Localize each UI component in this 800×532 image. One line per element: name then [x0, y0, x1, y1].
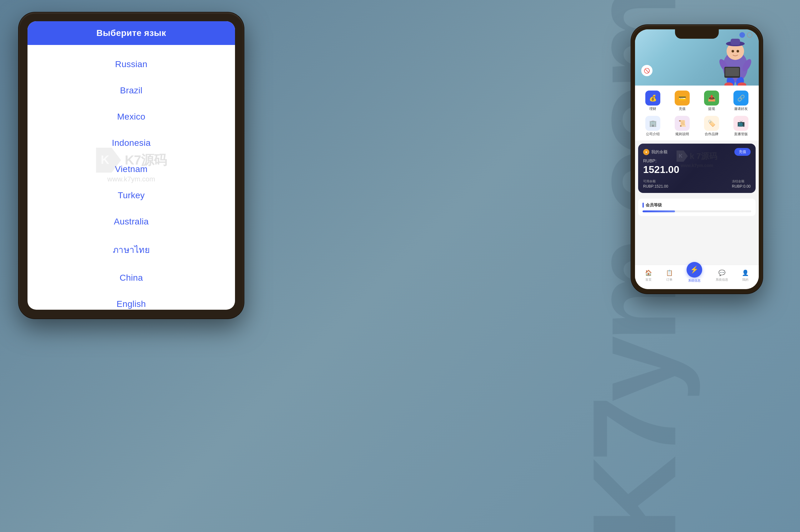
icon-grid-row1: 💰 理财 💳 充值 📤 提现	[635, 86, 759, 114]
language-list[interactable]: Russian Brazil Mexico Indonesia Vietnam …	[28, 45, 235, 310]
member-label-bar	[642, 203, 644, 208]
frozen-balance-item: 冻结金额 RUBP:0.00	[732, 179, 751, 189]
chongzhi-label: 充值	[679, 107, 686, 111]
language-select-title: Выберите язык	[96, 28, 166, 38]
balance-footer: 可用余额 RUBP:1521.00 冻结金额 RUBP:0.00	[643, 179, 751, 189]
banner-character	[715, 36, 756, 86]
member-progress-bar	[642, 210, 751, 212]
messages-nav-icon: 💬	[718, 269, 726, 277]
bottom-navigation: 🏠 首页 📋 订单 ⚡ 系统信息 💬 系统信息 👤 我的	[635, 265, 759, 289]
language-item-mexico[interactable]: Mexico	[28, 104, 235, 130]
brands-label: 合作品牌	[705, 132, 719, 136]
svg-rect-13	[725, 68, 739, 76]
language-item-indonesia[interactable]: Indonesia	[28, 130, 235, 156]
brands-icon: 🏷️	[704, 116, 719, 131]
company-label: 公司介绍	[646, 132, 660, 136]
home-status-icon	[739, 32, 745, 38]
orders-nav-label: 订单	[666, 278, 673, 282]
status-icons	[739, 32, 752, 38]
invite-label: 邀请好友	[734, 107, 748, 111]
tablet-frame: Выберите язык Russian Brazil Mexico Indo…	[19, 13, 244, 319]
member-label: 会员等级	[642, 202, 751, 208]
tablet-header: Выберите язык	[28, 21, 235, 45]
globe-status-icon	[747, 32, 752, 38]
icon-grid-row2: 🏢 公司介绍 📜 规则说明 🏷️ 合作品牌	[635, 114, 759, 140]
language-item-brazil[interactable]: Brazil	[28, 77, 235, 104]
phone-screen: 🚫 💰 理财 💳 充值 📤	[635, 29, 759, 289]
frozen-value: RUBP:0.00	[732, 184, 751, 189]
rules-icon: 📜	[675, 116, 690, 131]
tablet-screen: Выберите язык Russian Brazil Mexico Indo…	[28, 21, 235, 310]
chongzhi-icon: 💳	[675, 91, 690, 106]
orders-nav-icon: 📋	[666, 269, 673, 277]
icon-item-company[interactable]: 🏢 公司介绍	[642, 116, 664, 136]
icon-item-chongzhi[interactable]: 💳 充值	[671, 91, 693, 111]
available-balance-item: 可用余额 RUBP:1521.00	[643, 179, 668, 189]
language-item-english[interactable]: English	[28, 291, 235, 310]
balance-top-row: ● 我的余额 充值	[643, 148, 751, 156]
messages-nav-label: 系统信息	[716, 278, 728, 282]
svg-point-15	[737, 50, 739, 53]
icon-item-brands[interactable]: 🏷️ 合作品牌	[701, 116, 723, 136]
invite-icon: 🔗	[733, 91, 748, 106]
phone-notch	[675, 29, 719, 39]
icon-item-live[interactable]: 📺 直播管版	[730, 116, 752, 136]
nav-item-home[interactable]: 🏠 首页	[645, 269, 652, 282]
nav-item-orders[interactable]: 📋 订单	[666, 269, 673, 282]
profile-nav-icon: 👤	[742, 269, 749, 277]
member-label-text: 会员等级	[646, 202, 662, 208]
system-nav-label: 系统信息	[688, 279, 701, 283]
icon-item-rules[interactable]: 📜 规则说明	[671, 116, 693, 136]
svg-point-14	[731, 50, 734, 53]
phone-frame: 🚫 💰 理财 💳 充值 📤	[631, 25, 763, 293]
balance-label: 我的余额	[651, 149, 668, 155]
banner-no-icon: 🚫	[641, 65, 653, 76]
live-icon: 📺	[733, 116, 748, 131]
language-item-turkey[interactable]: Turkey	[28, 182, 235, 209]
balance-label-row: ● 我的余额	[643, 149, 668, 155]
member-section: 会员等级	[638, 198, 756, 216]
licai-icon: 💰	[645, 91, 660, 106]
member-bar-fill	[642, 210, 675, 212]
nav-item-messages[interactable]: 💬 系统信息	[716, 269, 728, 282]
company-icon: 🏢	[645, 116, 660, 131]
balance-card: ● 我的余额 充值 RUBP: 1521.00 可用余额 RUBP:1521.0…	[638, 144, 756, 193]
tixian-label: 提现	[708, 107, 715, 111]
icon-item-invite[interactable]: 🔗 邀请好友	[730, 91, 752, 111]
nav-item-system[interactable]: ⚡ 系统信息	[687, 268, 702, 283]
coin-icon: ●	[643, 149, 649, 155]
available-label: 可用余额	[643, 179, 668, 184]
nav-item-profile[interactable]: 👤 我的	[742, 269, 749, 282]
home-nav-icon: 🏠	[645, 269, 652, 277]
live-label: 直播管版	[734, 132, 748, 136]
language-item-vietnam[interactable]: Vietnam	[28, 156, 235, 182]
icon-item-tixian[interactable]: 📤 提现	[701, 91, 723, 111]
balance-currency-label: RUBP:	[643, 158, 751, 163]
licai-label: 理财	[649, 107, 656, 111]
language-item-russian[interactable]: Russian	[28, 51, 235, 77]
available-value: RUBP:1521.00	[643, 184, 668, 189]
rules-label: 规则说明	[675, 132, 689, 136]
balance-amount: 1521.00	[643, 164, 751, 175]
tablet-device: Выберите язык Russian Brazil Mexico Indo…	[19, 13, 244, 325]
language-item-china[interactable]: China	[28, 265, 235, 291]
frozen-label: 冻结金额	[732, 179, 751, 184]
phone-device: 🚫 💰 理财 💳 充值 📤	[631, 25, 763, 293]
language-item-australia[interactable]: Australia	[28, 209, 235, 235]
language-item-thai[interactable]: ภาษาไทย	[28, 235, 235, 265]
icon-item-licai[interactable]: 💰 理财	[642, 91, 664, 111]
home-nav-label: 首页	[645, 278, 652, 282]
charge-button[interactable]: 充值	[734, 148, 751, 156]
tixian-icon: 📤	[704, 91, 719, 106]
system-nav-active-icon: ⚡	[687, 262, 702, 278]
profile-nav-label: 我的	[742, 278, 748, 282]
